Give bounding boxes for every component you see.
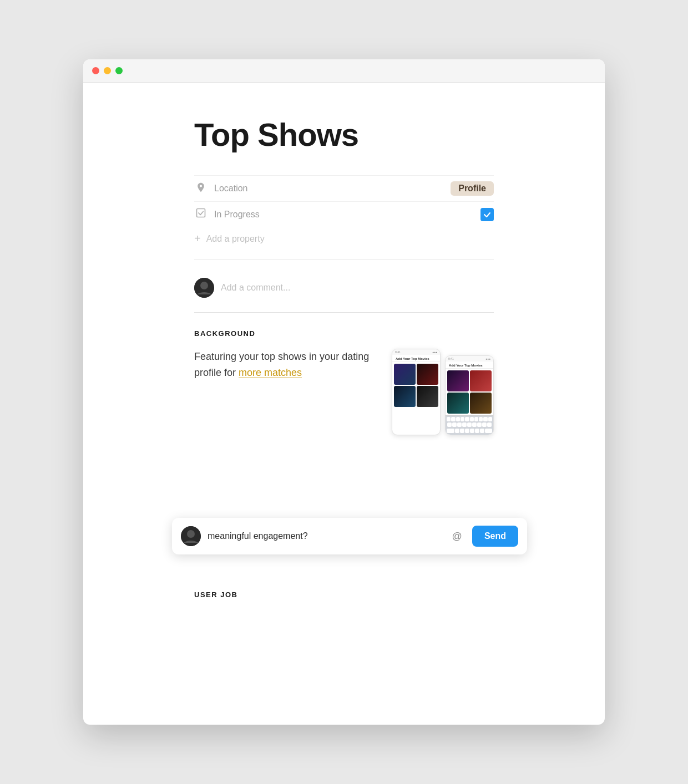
key — [470, 417, 474, 421]
phone-mockup-2: 9:41 ●●● Add Your Top Movies — [445, 355, 494, 435]
location-value-badge[interactable]: Profile — [451, 181, 494, 196]
comment-divider — [194, 259, 494, 260]
key — [472, 422, 477, 427]
key — [462, 422, 467, 427]
key — [455, 429, 459, 433]
comment-bar-avatar — [181, 526, 201, 546]
phone-title-2: Add Your Top Movies — [446, 362, 493, 369]
key — [479, 417, 483, 421]
key — [447, 422, 452, 427]
plus-icon: + — [194, 232, 201, 245]
svg-rect-1 — [197, 209, 205, 217]
phone-movie-2b — [470, 370, 492, 391]
key — [480, 429, 484, 433]
user-job-spacer: USER JOB — [194, 590, 494, 599]
add-property-row[interactable]: + Add a property — [194, 227, 494, 251]
location-icon — [194, 182, 208, 196]
phone-movie-2d — [470, 393, 492, 414]
page-title: Top Shows — [194, 116, 494, 153]
phone-grid-1 — [392, 362, 440, 409]
key — [447, 417, 451, 421]
svg-point-5 — [187, 530, 195, 538]
key — [452, 422, 457, 427]
key — [457, 422, 462, 427]
minimize-button[interactable] — [104, 67, 111, 74]
phone-movie-1b — [417, 364, 438, 385]
close-button[interactable] — [92, 67, 99, 74]
key — [447, 429, 454, 433]
background-text: Featuring your top shows in your dating … — [194, 349, 375, 381]
key — [487, 422, 492, 427]
at-mention-button[interactable]: @ — [449, 531, 466, 542]
comment-input[interactable] — [208, 531, 442, 541]
background-section: BACKGROUND Featuring your top shows in y… — [194, 329, 494, 435]
properties-section: Location Profile In Progress — [194, 175, 494, 251]
key — [488, 417, 492, 421]
key — [470, 429, 474, 433]
phone-title-1: Add Your Top Movies — [392, 355, 440, 362]
key — [467, 422, 472, 427]
property-row-location: Location Profile — [194, 175, 494, 201]
phone-movie-1c — [394, 386, 416, 407]
svg-point-0 — [200, 185, 202, 187]
add-property-label: Add a property — [206, 234, 265, 244]
key — [465, 429, 469, 433]
svg-point-3 — [200, 282, 208, 289]
key — [475, 429, 479, 433]
main-content: Top Shows Location Profile — [83, 83, 605, 643]
key — [474, 417, 478, 421]
keyboard-row-1 — [447, 417, 492, 422]
phone-movie-1a — [394, 364, 416, 385]
background-divider — [194, 312, 494, 313]
keyboard-row-3 — [447, 429, 492, 434]
background-label: BACKGROUND — [194, 329, 494, 338]
key — [451, 417, 455, 421]
phone-movie-2c — [447, 393, 469, 414]
floating-comment-bar: @ Send — [172, 518, 527, 554]
checkbox-outline-icon — [194, 207, 208, 221]
app-window: Top Shows Location Profile — [83, 59, 605, 725]
in-progress-label: In Progress — [214, 210, 474, 220]
comment-section: Add a comment... — [194, 269, 494, 307]
send-button[interactable]: Send — [472, 526, 518, 547]
background-content: Featuring your top shows in your dating … — [194, 349, 494, 435]
user-avatar — [194, 278, 214, 298]
key — [465, 417, 469, 421]
titlebar — [83, 59, 605, 83]
phone-movie-2a — [447, 370, 469, 391]
phone-status-bar-1: 9:41 ●●● — [392, 349, 440, 355]
mockup-images: 9:41 ●●● Add Your Top Movies — [392, 349, 494, 435]
key — [456, 417, 460, 421]
in-progress-checkbox[interactable] — [480, 208, 494, 221]
key — [482, 422, 487, 427]
phone-movie-1d — [417, 386, 438, 407]
location-label: Location — [214, 184, 444, 194]
property-row-in-progress: In Progress — [194, 201, 494, 227]
maximize-button[interactable] — [115, 67, 123, 74]
key — [461, 417, 464, 421]
phone-status-bar-2: 9:41 ●●● — [446, 356, 493, 362]
phone-keyboard — [446, 415, 493, 435]
comment-placeholder-text[interactable]: Add a comment... — [221, 283, 290, 293]
key — [483, 417, 487, 421]
keyboard-row-2 — [447, 422, 492, 427]
user-job-label: USER JOB — [194, 590, 494, 599]
key — [477, 422, 482, 427]
phone-grid-2 — [446, 369, 493, 415]
key — [485, 429, 493, 433]
phone-mockup-1: 9:41 ●●● Add Your Top Movies — [392, 349, 441, 435]
more-matches-link[interactable]: more matches — [239, 367, 302, 378]
key — [460, 429, 464, 433]
